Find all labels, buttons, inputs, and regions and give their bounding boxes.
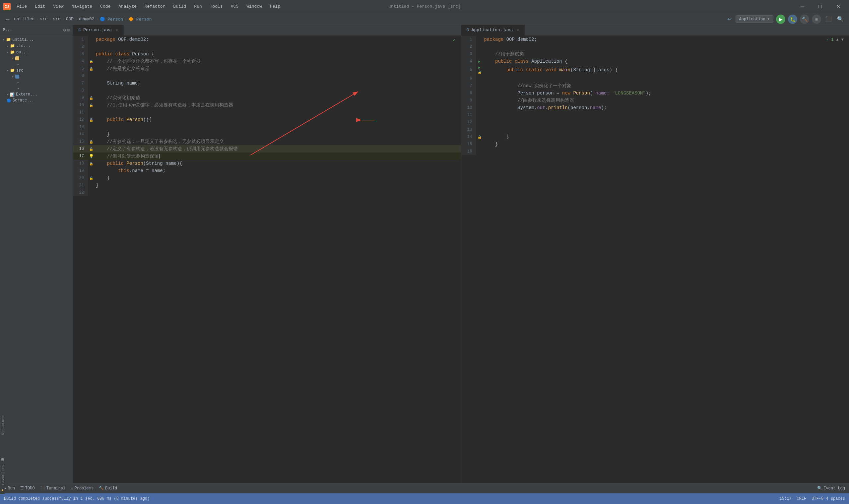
event-log-button[interactable]: 🔍 Event Log: [817, 486, 845, 491]
tree-item-sub-orange[interactable]: ▸: [0, 61, 73, 67]
status-crlf[interactable]: CRLF: [797, 497, 806, 501]
sidebar-project-title: P...: [3, 28, 12, 33]
chevron-right-icon: ▸: [7, 44, 8, 48]
run-config-selector[interactable]: Application ▾: [736, 15, 773, 23]
build-button[interactable]: 🔨: [800, 15, 809, 24]
close-button[interactable]: ✕: [830, 1, 846, 12]
menu-build[interactable]: Build: [170, 3, 189, 10]
menu-view[interactable]: View: [50, 3, 67, 10]
tree-item-src[interactable]: ▾ 📁 src: [0, 67, 73, 74]
minimize-button[interactable]: ─: [795, 1, 810, 12]
back-nav-button[interactable]: ↩: [726, 15, 733, 23]
bookmark-icon[interactable]: ⊞: [1, 456, 4, 462]
tree-item-untitled[interactable]: ▾ 📁 untitl...: [0, 36, 73, 43]
build-icon: 🔨: [99, 486, 104, 491]
tab-close-person[interactable]: ✕: [116, 28, 118, 32]
status-charset[interactable]: UTF-8 4 spaces: [812, 497, 845, 501]
status-time: 15:17: [779, 497, 791, 501]
menu-refactor[interactable]: Refactor: [141, 3, 168, 10]
run-bottom-label: Run: [7, 486, 15, 491]
lock-icon-20: 🔒: [89, 177, 93, 180]
code-line-20: 20 🔒 }: [73, 175, 461, 182]
folder-icon-id: 📁: [10, 43, 15, 49]
window-controls: ─ □ ✕: [795, 1, 846, 12]
right-code-line-8: 8 Person person = new Person( name: "LON…: [461, 90, 849, 97]
checkmark-icon: ✓: [453, 37, 455, 43]
right-code-line-14: 14 🔒 }: [461, 133, 849, 141]
maximize-button[interactable]: □: [813, 1, 828, 12]
terminal-icon: ⬛: [40, 486, 45, 491]
code-line-15: 15 🔒 //有参构选：一旦定义了有参构选，无参就必须显示定义: [73, 138, 461, 145]
chevron-down-icon: ▾: [3, 38, 5, 42]
breadcrumb-person-class[interactable]: 🔵 Person: [100, 17, 123, 22]
tree-label-src-sub: [21, 74, 23, 79]
menu-file[interactable]: File: [13, 3, 30, 10]
file-ok-indicator: ✓: [453, 37, 455, 43]
tree-item-external[interactable]: ▸ 📊 Extern...: [0, 91, 73, 97]
line-indicator: ✓ 1: [827, 37, 834, 42]
breadcrumb-project[interactable]: untitled: [14, 17, 35, 21]
problems-icon: ⚠: [71, 486, 73, 491]
right-code-line-12: 12: [461, 119, 849, 126]
tree-item-src-sub[interactable]: ▸: [0, 74, 73, 79]
sidebar-settings-icon[interactable]: ⚙: [63, 27, 66, 33]
breadcrumb-demo02[interactable]: demo02: [79, 17, 94, 21]
right-code-line-9: 9 //由参数来选择调用构造器: [461, 97, 849, 104]
favorites-tab[interactable]: Favorites: [0, 463, 6, 483]
breadcrumb-oop[interactable]: OOP: [66, 17, 74, 21]
left-code-area[interactable]: 1 package OOP.demo02; 2 3 public: [73, 36, 461, 483]
code-line-21: 21 }: [73, 182, 461, 189]
coverage-button[interactable]: ⬛: [824, 15, 833, 23]
structure-tab[interactable]: Structure: [0, 413, 6, 438]
tab-label-person: Person.java: [83, 28, 112, 33]
debug-button[interactable]: 🐛: [788, 15, 797, 24]
tree-label-out: ou...: [16, 50, 28, 55]
tree-label-untitled: untitl...: [12, 37, 34, 42]
cursor: [159, 154, 160, 159]
tree-item-src-sub2[interactable]: ▸: [0, 79, 73, 86]
terminal-button[interactable]: ⬛ Terminal: [40, 486, 66, 491]
tree-label-external: Extern...: [16, 92, 37, 97]
run-button[interactable]: ▶: [776, 15, 785, 24]
bulb-icon[interactable]: 💡: [89, 154, 94, 159]
tree-item-src-sub3[interactable]: ▾: [0, 86, 73, 91]
sidebar-header: P... ⚙ ⊞: [0, 25, 73, 35]
problems-button[interactable]: ⚠ Problems: [71, 486, 93, 491]
menu-tools[interactable]: Tools: [206, 3, 226, 10]
scroll-up-icon[interactable]: ▲: [836, 37, 839, 42]
tab-application-java[interactable]: G Application.java ✕: [461, 25, 525, 35]
menu-analyze[interactable]: Analyze: [115, 3, 140, 10]
right-code-line-6: 6: [461, 75, 849, 82]
build-bottom-button[interactable]: 🔨 Build: [99, 486, 117, 491]
tab-close-application[interactable]: ✕: [517, 28, 519, 32]
tree-item-scratches[interactable]: 🔵 Scratc...: [0, 97, 73, 104]
breadcrumb-person-method[interactable]: 🔶 Person: [128, 17, 152, 22]
todo-button[interactable]: ☰ TODO: [20, 486, 35, 491]
chevron-down-icon-out: ▾: [7, 50, 8, 54]
menu-window[interactable]: Window: [243, 3, 265, 10]
stop-button[interactable]: ■: [812, 15, 821, 24]
menu-vcs[interactable]: VCS: [228, 3, 242, 10]
menu-help[interactable]: Help: [267, 3, 284, 10]
menu-edit[interactable]: Edit: [32, 3, 49, 10]
tab-person-java[interactable]: G Person.java ✕: [73, 25, 124, 35]
tree-label-id: .id...: [16, 44, 31, 49]
tree-item-orange[interactable]: ▾: [0, 55, 73, 61]
menu-navigate[interactable]: Navigate: [68, 3, 95, 10]
right-code-area[interactable]: 1 package OOP.demo02; 2 3 //: [461, 36, 849, 483]
menu-run[interactable]: Run: [191, 3, 205, 10]
menu-code[interactable]: Code: [97, 3, 114, 10]
tree-label-scratches: Scratc...: [13, 98, 34, 103]
project-tab[interactable]: Project: [0, 52, 0, 72]
lock-icon-r5: 🔒: [477, 71, 482, 75]
scroll-down-icon[interactable]: ▼: [842, 37, 844, 42]
tree-item-id[interactable]: ▸ 📁 .id...: [0, 43, 73, 49]
breadcrumb-src1[interactable]: src: [40, 17, 48, 21]
back-button[interactable]: ←: [4, 15, 12, 23]
sidebar-expand-icon[interactable]: ⊞: [67, 27, 70, 33]
right-code-line-11: 11: [461, 111, 849, 119]
breadcrumb-src2[interactable]: src: [53, 17, 60, 21]
search-button[interactable]: 🔍: [836, 15, 845, 23]
tree-item-out[interactable]: ▾ 📁 ou...: [0, 49, 73, 55]
left-tab-bar: G Person.java ✕: [73, 25, 461, 36]
